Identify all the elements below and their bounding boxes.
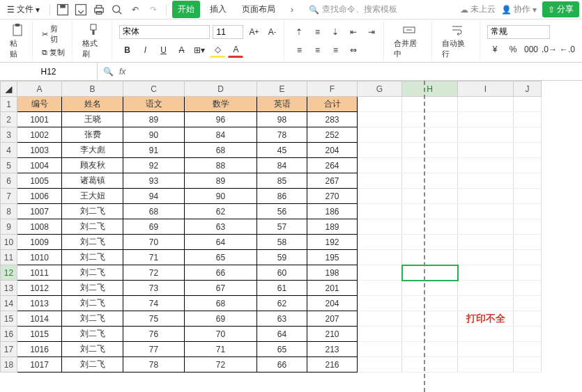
empty-cell[interactable] xyxy=(458,327,514,342)
data-cell[interactable]: 58 xyxy=(257,235,307,250)
data-cell[interactable]: 64 xyxy=(185,235,257,250)
table-header-cell[interactable]: 合计 xyxy=(307,97,358,112)
data-cell[interactable]: 198 xyxy=(307,265,358,281)
row-header[interactable]: 17 xyxy=(1,342,17,357)
empty-cell[interactable] xyxy=(514,204,542,219)
data-cell[interactable]: 92 xyxy=(123,158,185,173)
empty-cell[interactable] xyxy=(402,112,458,127)
empty-cell[interactable] xyxy=(514,265,542,281)
data-cell[interactable]: 210 xyxy=(307,327,358,342)
select-all-corner[interactable]: ◢ xyxy=(1,81,17,97)
data-cell[interactable]: 78 xyxy=(123,357,185,373)
data-cell[interactable]: 1004 xyxy=(17,158,62,173)
fill-color-button[interactable]: ◇ xyxy=(210,42,225,58)
empty-cell[interactable] xyxy=(514,158,542,173)
data-cell[interactable]: 270 xyxy=(307,189,358,204)
column-header-A[interactable]: A xyxy=(17,81,62,97)
font-color-button[interactable]: A xyxy=(228,42,243,58)
empty-cell[interactable] xyxy=(514,311,542,327)
row-header[interactable]: 12 xyxy=(1,265,17,281)
data-cell[interactable]: 88 xyxy=(185,158,257,173)
data-cell[interactable]: 72 xyxy=(123,265,185,281)
empty-cell[interactable] xyxy=(402,127,458,143)
data-cell[interactable]: 85 xyxy=(257,173,307,189)
data-cell[interactable]: 1010 xyxy=(17,250,62,265)
data-cell[interactable]: 98 xyxy=(257,112,307,127)
data-cell[interactable]: 86 xyxy=(257,189,307,204)
data-cell[interactable]: 204 xyxy=(307,296,358,311)
spreadsheet-grid[interactable]: ◢ ABCDEFGHIJ 1编号姓名语文数学英语合计21001王晓8996982… xyxy=(0,81,582,392)
column-header-G[interactable]: G xyxy=(358,81,402,97)
more-tabs-icon[interactable]: › xyxy=(285,3,299,17)
increase-indent-icon[interactable]: ⇥ xyxy=(364,24,379,40)
empty-cell[interactable] xyxy=(358,281,402,296)
row-header[interactable]: 8 xyxy=(1,204,17,219)
data-cell[interactable]: 62 xyxy=(257,296,307,311)
data-cell[interactable]: 65 xyxy=(185,250,257,265)
data-cell[interactable]: 刘二飞 xyxy=(62,327,123,342)
data-cell[interactable]: 90 xyxy=(123,127,185,143)
row-header[interactable]: 16 xyxy=(1,327,17,342)
merge-center-button[interactable]: 合并居中 xyxy=(391,22,427,61)
empty-cell[interactable] xyxy=(358,265,402,281)
column-header-J[interactable]: J xyxy=(514,81,542,97)
empty-cell[interactable] xyxy=(514,342,542,357)
data-cell[interactable]: 1006 xyxy=(17,189,62,204)
cut-button[interactable]: ✂剪切 xyxy=(40,23,68,45)
empty-cell[interactable] xyxy=(458,143,514,158)
empty-cell[interactable] xyxy=(514,281,542,296)
empty-cell[interactable] xyxy=(402,281,458,296)
empty-cell[interactable] xyxy=(514,97,542,112)
data-cell[interactable]: 189 xyxy=(307,219,358,235)
data-cell[interactable]: 90 xyxy=(185,189,257,204)
data-cell[interactable]: 84 xyxy=(185,127,257,143)
data-cell[interactable]: 王晓 xyxy=(62,112,123,127)
data-cell[interactable]: 王大妞 xyxy=(62,189,123,204)
column-header-E[interactable]: E xyxy=(257,81,307,97)
data-cell[interactable]: 89 xyxy=(185,173,257,189)
border-button[interactable]: ⊞▾ xyxy=(192,42,207,58)
data-cell[interactable]: 84 xyxy=(257,158,307,173)
data-cell[interactable]: 68 xyxy=(123,204,185,219)
empty-cell[interactable] xyxy=(358,296,402,311)
decrease-decimal-icon[interactable]: ←.0 xyxy=(560,42,575,57)
empty-cell[interactable] xyxy=(514,127,542,143)
row-header[interactable]: 18 xyxy=(1,357,17,373)
data-cell[interactable]: 1009 xyxy=(17,235,62,250)
align-middle-icon[interactable]: ≡ xyxy=(309,24,325,40)
data-cell[interactable]: 70 xyxy=(185,327,257,342)
paste-button[interactable]: 粘贴 xyxy=(7,22,28,61)
table-header-cell[interactable]: 编号 xyxy=(17,97,62,112)
empty-cell[interactable] xyxy=(402,97,458,112)
empty-cell[interactable] xyxy=(458,173,514,189)
align-top-icon[interactable]: ⇡ xyxy=(291,24,307,40)
data-cell[interactable]: 刘二飞 xyxy=(62,219,123,235)
empty-cell[interactable] xyxy=(358,204,402,219)
row-header[interactable]: 4 xyxy=(1,143,17,158)
empty-cell[interactable] xyxy=(458,127,514,143)
empty-cell[interactable] xyxy=(358,342,402,357)
data-cell[interactable]: 63 xyxy=(185,219,257,235)
column-header-D[interactable]: D xyxy=(185,81,257,97)
print-preview-icon[interactable] xyxy=(110,3,124,17)
data-cell[interactable]: 刘二飞 xyxy=(62,357,123,373)
data-cell[interactable]: 1015 xyxy=(17,327,62,342)
data-cell[interactable]: 1012 xyxy=(17,281,62,296)
data-cell[interactable]: 66 xyxy=(185,265,257,281)
merge-across-icon[interactable]: ⇔ xyxy=(346,42,361,58)
data-cell[interactable]: 192 xyxy=(307,235,358,250)
data-cell[interactable]: 67 xyxy=(185,281,257,296)
empty-cell[interactable] xyxy=(358,311,402,327)
empty-cell[interactable] xyxy=(458,112,514,127)
empty-cell[interactable] xyxy=(402,265,458,281)
print-icon[interactable] xyxy=(92,3,106,17)
row-header[interactable]: 2 xyxy=(1,112,17,127)
empty-cell[interactable] xyxy=(358,143,402,158)
empty-cell[interactable] xyxy=(402,250,458,265)
data-cell[interactable]: 刘二飞 xyxy=(62,250,123,265)
data-cell[interactable]: 195 xyxy=(307,250,358,265)
data-cell[interactable]: 56 xyxy=(257,204,307,219)
data-cell[interactable]: 57 xyxy=(257,219,307,235)
share-button[interactable]: ⇧ 分享 xyxy=(542,1,579,17)
data-cell[interactable]: 刘二飞 xyxy=(62,265,123,281)
